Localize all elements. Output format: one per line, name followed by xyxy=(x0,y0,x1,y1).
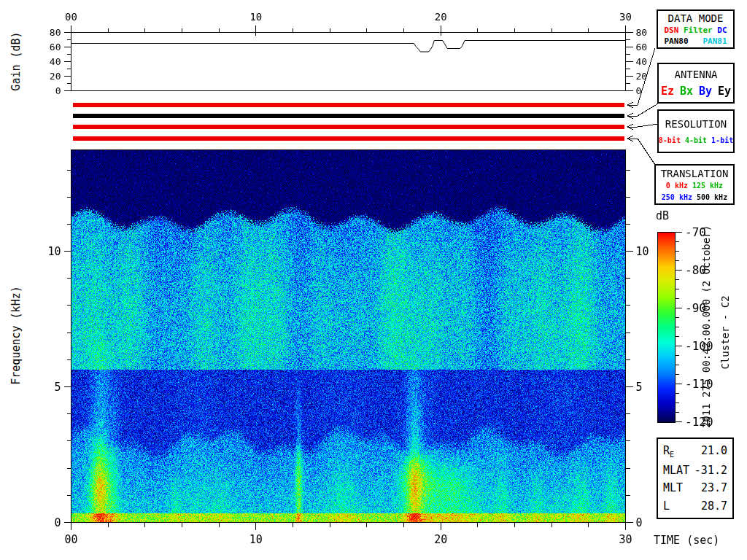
ephemeris-panel: RE21.0MLAT-31.2MLT23.7L28.7 xyxy=(657,438,734,519)
mode-token: 1-bit xyxy=(711,136,733,144)
mode-token: 125 kHz xyxy=(692,181,723,190)
tick-label: 10 xyxy=(636,245,649,258)
tick-label: 0 xyxy=(636,85,642,96)
mode-token: PAN80 xyxy=(664,36,688,46)
tick-label: 40 xyxy=(50,56,61,67)
translation-panel: TRANSLATION 0 kHz 125 kHz 250 kHz 500 kH… xyxy=(654,164,735,205)
resolution-values: 8-bit 4-bit 1-bit xyxy=(659,136,733,144)
ephemeris-row: MLAT-31.2 xyxy=(658,464,732,477)
mode-token: Bx xyxy=(680,85,693,98)
tick-label: 20 xyxy=(434,533,447,546)
tick-label: 0 xyxy=(54,516,61,529)
ephemeris-label: RE xyxy=(663,444,674,459)
gain-line xyxy=(71,41,626,52)
translation-values-row1: 0 kHz 125 kHz xyxy=(666,181,723,190)
colorbar-gradient xyxy=(657,232,676,423)
tick-label: 60 xyxy=(50,42,61,52)
tick-label: 10 xyxy=(249,533,263,546)
data-mode-title: DATA MODE xyxy=(668,12,724,24)
mode-token: By xyxy=(699,85,712,98)
ephemeris-value: 23.7 xyxy=(701,481,727,494)
ephemeris-value: 21.0 xyxy=(701,444,727,459)
status-bars xyxy=(73,48,658,165)
translation-title: TRANSLATION xyxy=(661,168,729,179)
data-mode-values: DSN Filter DC xyxy=(664,26,727,35)
data-mode-panel: DATA MODE DSN Filter DC PAN80 PAN81 xyxy=(657,9,735,49)
wbd-spectrogram-display: Gain (dB) Frequency (kHz) 00102030002020… xyxy=(0,0,747,560)
resolution-title: RESOLUTION xyxy=(665,118,727,130)
tick-label: 5 xyxy=(636,381,643,394)
tick-label: 00 xyxy=(65,11,77,23)
tick-label: 10 xyxy=(47,245,61,258)
timestamp-label: 2011 275 00:42:00.000 (2 October) xyxy=(700,223,712,430)
tick-label: 00 xyxy=(64,533,77,546)
colorbar-units-label: dB xyxy=(656,209,669,222)
frequency-axis-title: Frequency (kHz) xyxy=(9,262,23,408)
resolution-bar xyxy=(73,125,624,129)
mode-token: 4-bit xyxy=(685,136,707,144)
antenna-values: EzBxByEy xyxy=(658,85,734,98)
mode-token: 8-bit xyxy=(659,136,681,144)
mode-token: 500 kHz xyxy=(697,192,727,202)
mode-token: PAN81 xyxy=(703,36,727,46)
tick-label: 60 xyxy=(636,42,648,52)
spacecraft-label: Cluster - C2 xyxy=(719,229,731,436)
mode-token: DC xyxy=(717,26,727,35)
tick-label: 20 xyxy=(435,11,447,23)
gain-plot-axes: 00102030002020404060608080 xyxy=(50,11,647,96)
data-mode-pan-values: PAN80 PAN81 xyxy=(664,36,727,46)
mode-token xyxy=(689,36,703,46)
translation-values-row2: 250 kHz 500 kHz xyxy=(662,192,727,202)
ephemeris-label: L xyxy=(663,499,670,513)
mode-token: DSN xyxy=(664,26,678,35)
antenna-bar xyxy=(73,114,624,118)
tick-label: 30 xyxy=(619,533,632,546)
antenna-title: ANTENNA xyxy=(674,69,717,80)
mode-token: Filter xyxy=(678,26,717,35)
resolution-panel: RESOLUTION 8-bit 4-bit 1-bit xyxy=(657,109,735,153)
ephemeris-value: 28.7 xyxy=(701,499,727,513)
tick-label: 40 xyxy=(636,56,648,67)
gain-curve xyxy=(71,41,626,52)
tick-label: 20 xyxy=(636,71,648,82)
tick-label: 0 xyxy=(55,85,61,96)
spectrogram-plot xyxy=(71,149,625,522)
mode-token: Ez xyxy=(661,85,674,98)
ephemeris-row: RE21.0 xyxy=(658,444,732,459)
translation-bar xyxy=(73,136,624,141)
tick-label: 0 xyxy=(636,516,643,529)
antenna-panel: ANTENNA EzBxByEy xyxy=(657,63,735,104)
tick-label: 80 xyxy=(636,27,648,38)
gain-axis-title: Gain (dB) xyxy=(9,16,23,106)
ephemeris-label: MLT xyxy=(663,481,683,494)
tick-label: 30 xyxy=(619,11,632,23)
tick-label: 10 xyxy=(249,11,262,23)
ephemeris-row: L28.7 xyxy=(658,499,732,513)
time-axis-title: TIME (sec) xyxy=(654,534,719,547)
tick-label: 80 xyxy=(50,27,61,38)
ephemeris-row: MLT23.7 xyxy=(658,481,732,494)
ephemeris-value: -31.2 xyxy=(694,464,727,477)
data-mode-bar xyxy=(73,103,624,107)
mode-token: Ey xyxy=(718,85,731,98)
mode-token: 0 kHz xyxy=(666,181,688,190)
ephemeris-label: MLAT xyxy=(663,464,689,477)
tick-label: 5 xyxy=(54,381,61,394)
mode-token: 250 kHz xyxy=(662,192,692,202)
tick-label: 20 xyxy=(50,71,61,82)
